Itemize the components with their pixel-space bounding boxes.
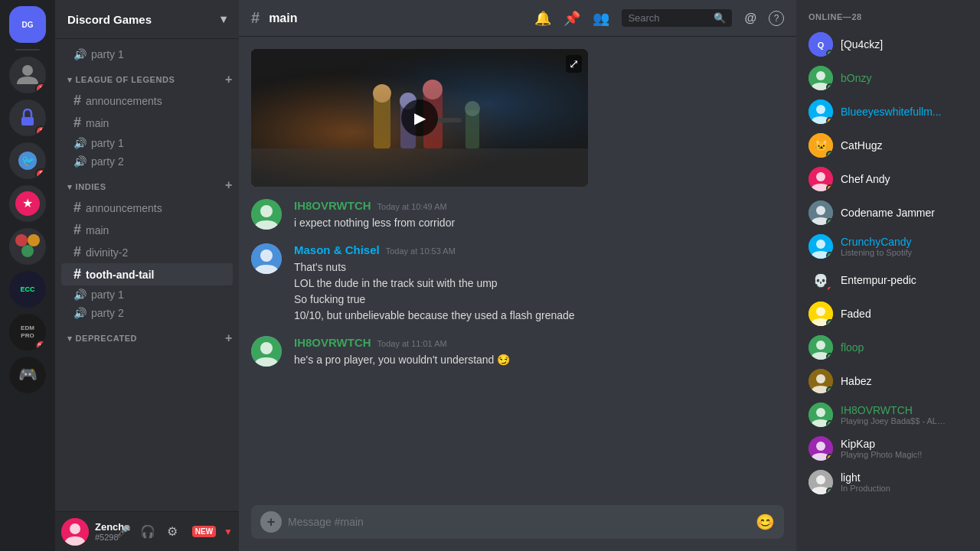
member-ih8ovrwtch[interactable]: IH8OVRWTCH Playing Joey Bada$$ - ALL A..… [802, 398, 974, 432]
new-badge: NEW [192, 526, 216, 537]
members-icon[interactable]: 👥 [593, 10, 609, 27]
add-channel-icon[interactable]: + [225, 331, 233, 345]
status-dot [826, 319, 833, 326]
status-dot [826, 420, 833, 427]
voice-icon: 🔊 [74, 289, 87, 301]
category-label: DEPRECATED [76, 334, 137, 343]
svg-point-41 [816, 172, 825, 181]
member-name: Entempur-pedic [841, 274, 916, 286]
server-icon-4[interactable]: 🐦 2 [9, 142, 46, 179]
channel-ind-divinity[interactable]: # divinity-2 [61, 241, 233, 263]
channel-ind-party1[interactable]: 🔊 party 1 [61, 285, 233, 304]
svg-point-43 [816, 206, 825, 215]
help-icon[interactable]: ? [769, 11, 784, 26]
member-kipkap[interactable]: KipKap Playing Photo Magic!! [802, 432, 974, 465]
server-icon-ecc[interactable]: ECC [9, 271, 46, 308]
member-habez[interactable]: Habez [802, 364, 974, 398]
mute-button[interactable]: 🎤 [113, 521, 134, 543]
server-icon-discord-games[interactable]: DG [9, 6, 46, 43]
pin-icon[interactable]: 📌 [564, 10, 580, 27]
server-icon-pubg[interactable]: 🎮 [9, 357, 46, 393]
server-divider [15, 49, 40, 51]
category-deprecated[interactable]: ▾ DEPRECATED + [55, 328, 239, 348]
channel-ind-party2[interactable]: 🔊 party 2 [61, 304, 233, 322]
svg-text:Q: Q [818, 41, 825, 50]
message-input[interactable] [288, 516, 750, 528]
status-dot [826, 285, 833, 292]
server-icon-5[interactable]: ★ [9, 185, 46, 222]
username: Zencha [95, 521, 106, 533]
member-qu4ckz[interactable]: Q [Qu4ckz] [802, 28, 974, 61]
svg-point-18 [373, 84, 391, 103]
channel-ind-announcements[interactable]: # announcements [61, 197, 233, 219]
member-crunchy-candy[interactable]: CrunchyCandy Listening to Spotify [802, 230, 974, 263]
online-sidebar: ONLINE—28 Q [Qu4ckz] bOnzy Blueeyeswhite… [796, 0, 980, 551]
server-icon-6[interactable] [9, 228, 46, 265]
server-badge-edm: 26 [35, 340, 46, 350]
channel-item-top-party1[interactable]: 🔊 party 1 [61, 45, 233, 64]
voice-icon: 🔊 [74, 155, 87, 168]
svg-point-35 [816, 71, 825, 80]
member-bonzy[interactable]: bOnzy [802, 61, 974, 95]
message-timestamp: Today at 10:49 AM [377, 202, 447, 211]
avatar: Q [808, 32, 833, 57]
play-button[interactable]: ▶ [401, 99, 438, 136]
channel-name: announcements [86, 95, 162, 107]
status-dot [826, 184, 833, 191]
bell-icon[interactable]: 🔔 [534, 10, 551, 27]
member-cathugz[interactable]: 🐱 CatHugz [802, 129, 974, 162]
member-name: CatHugz [841, 139, 882, 152]
status-dot [826, 386, 833, 393]
member-name: KipKap [841, 438, 922, 450]
member-entempur[interactable]: 💀 Entempur-pedic [802, 263, 974, 297]
server-icon-edm[interactable]: EDMPRO 26 [9, 314, 46, 350]
channel-ind-main[interactable]: # main [61, 219, 233, 241]
expand-button[interactable]: ⤢ [566, 55, 582, 73]
message-content: IH8OVRWTCH Today at 11:01 AM he's a pro … [294, 336, 784, 368]
channel-lol-main[interactable]: # main [61, 112, 233, 134]
settings-button[interactable]: ⚙ [162, 521, 183, 543]
add-attachment-button[interactable]: + [260, 511, 282, 533]
svg-point-22 [423, 80, 443, 99]
status-dot [826, 487, 833, 494]
channel-lol-party2[interactable]: 🔊 party 2 [61, 152, 233, 171]
category-indies[interactable]: ▾ INDIES + [55, 177, 239, 197]
add-channel-icon[interactable]: + [225, 73, 233, 86]
search-placeholder: Search [628, 12, 707, 24]
channel-hash-icon: # [251, 9, 260, 27]
member-info: light In Production [841, 471, 890, 493]
mention-icon[interactable]: @ [744, 11, 756, 25]
channel-ind-tooth-and-tail[interactable]: # tooth-and-tail [61, 263, 233, 285]
member-faded[interactable]: Faded [802, 297, 974, 331]
media-embed[interactable]: ▶ ⤢ [251, 49, 588, 187]
member-blueeyes[interactable]: Blueeyeswhitefullm... [802, 95, 974, 129]
svg-point-59 [816, 475, 825, 484]
message-group: IH8OVRWTCH Today at 10:49 AM i expect no… [251, 199, 784, 231]
member-codename-jammer[interactable]: Codename Jammer [802, 196, 974, 230]
status-dot [826, 50, 833, 57]
server-icon-3[interactable]: 1 [9, 99, 46, 136]
deafen-button[interactable]: 🎧 [137, 521, 158, 543]
member-light[interactable]: light In Production [802, 465, 974, 499]
channel-lol-announcements[interactable]: # announcements [61, 90, 233, 112]
channel-lol-party1[interactable]: 🔊 party 1 [61, 134, 233, 152]
category-lol[interactable]: ▾ LEAGUE OF LEGENDS + [55, 70, 239, 90]
member-name: CrunchyCandy [841, 236, 912, 248]
server-icon-2[interactable]: 7 [9, 57, 46, 93]
member-floop[interactable]: floop [802, 331, 974, 364]
svg-text:💀: 💀 [813, 273, 828, 288]
emoji-button[interactable]: 😊 [756, 513, 775, 531]
search-box[interactable]: Search 🔍 [622, 9, 732, 27]
text-channel-icon: # [74, 115, 81, 131]
add-channel-icon[interactable]: + [225, 178, 233, 192]
member-activity: Playing Joey Bada$$ - ALL A... [841, 416, 948, 425]
status-dot [826, 117, 833, 124]
server-name: Discord Games [67, 13, 152, 26]
server-header[interactable]: Discord Games ▾ [55, 0, 239, 39]
avatar [251, 336, 282, 367]
message-author: IH8OVRWTCH [294, 336, 371, 349]
online-count-header: ONLINE—28 [802, 12, 974, 21]
svg-rect-23 [435, 118, 462, 122]
svg-text:🎮: 🎮 [18, 365, 38, 383]
member-chef-andy[interactable]: Chef Andy [802, 162, 974, 196]
